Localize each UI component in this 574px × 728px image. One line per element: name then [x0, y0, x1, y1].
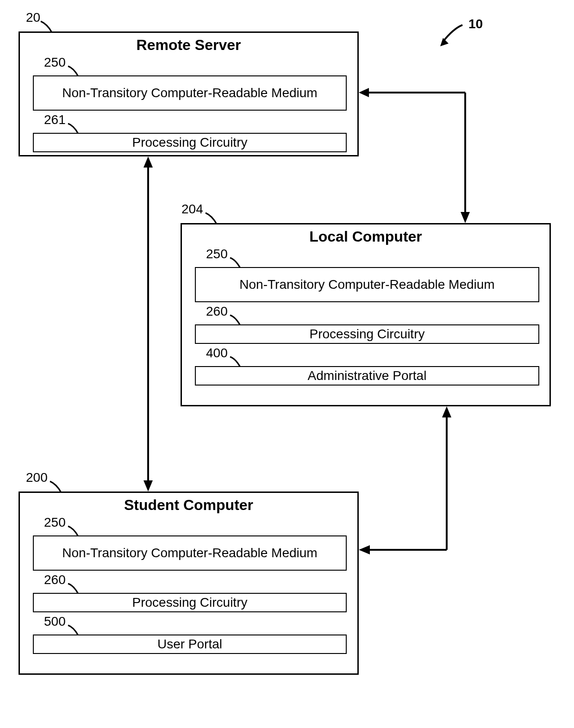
student-computer-item2-label: User Portal — [157, 637, 222, 652]
student-computer-box: Student Computer 250 Non-Transitory Comp… — [19, 492, 359, 675]
local-computer-item0-box: Non-Transitory Computer-Readable Medium — [195, 267, 539, 302]
svg-marker-4 — [461, 212, 470, 223]
local-computer-item1-box: Processing Circuitry — [195, 324, 539, 344]
svg-marker-3 — [359, 88, 369, 97]
student-computer-item2-box: User Portal — [33, 635, 347, 654]
connector-remote-student — [139, 156, 157, 494]
local-computer-item0-ref: 250 — [206, 247, 228, 261]
student-computer-item2-ref: 500 — [44, 614, 66, 629]
student-computer-item1-label: Processing Circuitry — [132, 595, 248, 610]
student-computer-item0-ref: 250 — [44, 515, 66, 530]
remote-server-item0-ref: 250 — [44, 55, 66, 70]
connector-student-local — [359, 406, 461, 559]
svg-marker-7 — [144, 480, 153, 492]
remote-server-ref: 20 — [26, 10, 40, 25]
local-computer-item2-ref: 400 — [206, 346, 228, 361]
figure-ref: 10 — [468, 17, 483, 31]
local-computer-item2-label: Administrative Portal — [308, 368, 427, 383]
remote-server-item0-box: Non-Transitory Computer-Readable Medium — [33, 75, 347, 111]
student-computer-item0-label: Non-Transitory Computer-Readable Medium — [62, 546, 317, 560]
local-computer-item0-label: Non-Transitory Computer-Readable Medium — [239, 277, 494, 292]
remote-server-title: Remote Server — [20, 33, 357, 56]
student-computer-item1-box: Processing Circuitry — [33, 593, 347, 612]
local-computer-item1-label: Processing Circuitry — [310, 327, 425, 342]
local-computer-item1-ref: 260 — [206, 304, 228, 319]
remote-server-item1-label: Processing Circuitry — [132, 135, 248, 150]
svg-marker-10 — [442, 406, 451, 417]
svg-marker-6 — [144, 156, 153, 168]
local-computer-title: Local Computer — [182, 224, 549, 247]
remote-server-item1-ref: 261 — [44, 112, 66, 127]
remote-server-item0-label: Non-Transitory Computer-Readable Medium — [62, 86, 317, 100]
student-computer-item0-box: Non-Transitory Computer-Readable Medium — [33, 535, 347, 571]
remote-server-item1-box: Processing Circuitry — [33, 133, 347, 152]
connector-remote-local — [359, 83, 479, 227]
local-computer-box: Local Computer 250 Non-Transitory Comput… — [181, 223, 551, 406]
local-computer-ref: 204 — [181, 202, 203, 217]
student-computer-title: Student Computer — [20, 493, 357, 516]
remote-server-box: Remote Server 250 Non-Transitory Compute… — [19, 31, 359, 156]
figure-leader-arrow — [439, 22, 467, 45]
student-computer-item1-ref: 260 — [44, 572, 66, 587]
svg-marker-11 — [359, 545, 370, 554]
local-computer-item2-box: Administrative Portal — [195, 366, 539, 386]
student-computer-ref: 200 — [26, 470, 48, 485]
